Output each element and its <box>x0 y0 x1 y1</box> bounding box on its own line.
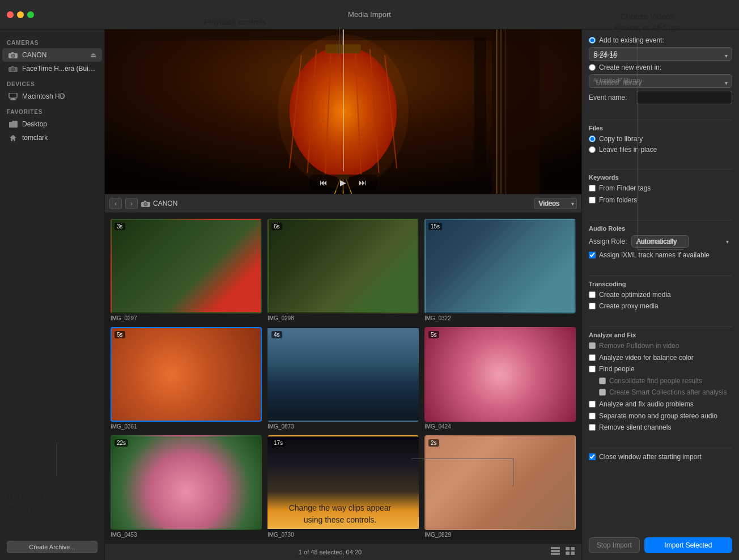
assign-ixml-label: Assign iXML track names if available <box>599 251 710 260</box>
analyze-balance-checkbox[interactable] <box>589 354 596 361</box>
clip-name-0873: IMG_0873 <box>267 423 419 430</box>
sidebar-bottom: Create Archive... <box>0 534 104 560</box>
clip-item-0322[interactable]: 15sIMG_0322 <box>424 219 576 321</box>
keywords-title: Keywords <box>589 174 732 181</box>
clip-thumb-0873[interactable]: 4s <box>267 327 419 422</box>
leave-files-radio[interactable] <box>589 146 596 153</box>
import-selected-button[interactable]: Import Selected <box>644 537 732 553</box>
videos-dropdown[interactable]: VideosPhotosAll Clips <box>534 198 577 209</box>
svg-rect-7 <box>11 66 14 67</box>
maximize-button[interactable] <box>27 11 34 18</box>
play-pause-button[interactable]: ▶ <box>338 177 349 188</box>
clip-item-0297[interactable]: 3sIMG_0297 <box>111 219 262 321</box>
copy-to-library-radio[interactable] <box>589 135 596 142</box>
canon-label: CANON <box>22 51 88 59</box>
facetime-label: FaceTime H...era (Built-in) <box>22 65 96 73</box>
clip-item-0730[interactable]: 17sIMG_0730 <box>267 435 419 538</box>
create-archive-button[interactable]: Create Archive... <box>7 541 97 553</box>
minimize-button[interactable] <box>17 11 24 18</box>
list-view-button[interactable] <box>550 546 561 558</box>
clip-item-0829[interactable]: 2sIMG_0829 <box>424 435 576 538</box>
separate-mono-label: Separate mono and group stereo audio <box>599 412 717 421</box>
clip-name-0298: IMG_0298 <box>267 315 419 321</box>
remove-pulldown-checkbox[interactable] <box>589 342 596 349</box>
svg-rect-36 <box>144 201 146 202</box>
audio-roles-title: Audio Roles <box>589 225 732 232</box>
new-event-dropdown[interactable]: "Untitled" library <box>589 74 732 88</box>
clip-thumb-0298[interactable]: 6s <box>267 219 419 313</box>
sidebar-item-macintosh[interactable]: Macintosh HD <box>2 90 102 103</box>
from-finder-checkbox[interactable] <box>589 185 596 192</box>
skip-back-button[interactable]: ⏮ <box>317 177 330 188</box>
grid-view-button[interactable] <box>564 546 576 558</box>
view-controls <box>550 546 576 558</box>
assign-role-dropdown[interactable]: Automatically Dialogue Music Effects <box>631 235 689 248</box>
consolidate-checkbox[interactable] <box>599 377 606 384</box>
from-folders-checkbox[interactable] <box>589 197 596 203</box>
clip-thumb-0829[interactable]: 2s <box>424 435 576 530</box>
clip-grid: 3sIMG_02976sIMG_029815sIMG_03225sIMG_036… <box>105 213 581 543</box>
remove-pulldown-label: Remove Pulldown in video <box>599 342 679 351</box>
analyze-audio-checkbox[interactable] <box>589 401 596 408</box>
videos-dropdown-wrapper[interactable]: VideosPhotosAll Clips Videos <box>534 198 577 209</box>
consolidate-row: Consolidate find people results <box>589 377 732 386</box>
create-smart-checkbox[interactable] <box>599 389 606 396</box>
svg-rect-38 <box>551 550 560 552</box>
create-new-event-radio[interactable] <box>589 64 596 71</box>
clip-name-0297: IMG_0297 <box>111 315 262 321</box>
separate-mono-checkbox[interactable] <box>589 413 596 419</box>
preview-area: ⏮ ▶ ⏭ <box>105 29 581 194</box>
create-smart-row: Create Smart Collections after analysis <box>589 388 732 397</box>
divider-1 <box>589 120 732 120</box>
find-people-checkbox[interactable] <box>589 366 596 372</box>
assign-ixml-checkbox[interactable] <box>589 252 596 258</box>
clip-item-0453[interactable]: 22sIMG_0453 <box>111 435 262 538</box>
copy-to-library-row: Copy to library <box>589 135 732 143</box>
create-optimized-checkbox[interactable] <box>589 291 596 298</box>
svg-rect-41 <box>571 547 575 550</box>
back-button[interactable]: ‹ <box>109 198 122 209</box>
assign-role-container[interactable]: Automatically Dialogue Music Effects Aut… <box>631 235 732 248</box>
create-proxy-checkbox[interactable] <box>589 303 596 309</box>
clip-thumb-0453[interactable]: 22s <box>111 435 262 530</box>
close-button[interactable] <box>7 11 14 18</box>
tomclark-label: tomclark <box>22 134 96 142</box>
app-body: CAMERAS CANON ⏏ <box>0 29 739 560</box>
clip-item-0424[interactable]: 5sIMG_0424 <box>424 327 576 430</box>
sidebar-item-canon[interactable]: CANON ⏏ <box>2 48 102 62</box>
clip-item-0361[interactable]: 5sIMG_0361 <box>111 327 262 430</box>
selection-info: 1 of 48 selected, 04:20 <box>299 549 362 555</box>
clip-thumb-0730[interactable]: 17s <box>267 435 419 530</box>
clip-thumb-0424[interactable]: 5s <box>424 327 576 422</box>
sidebar-item-desktop[interactable]: Desktop <box>2 117 102 131</box>
skip-forward-button[interactable]: ⏭ <box>356 177 369 188</box>
favorites-header: FAVORITES <box>0 103 104 117</box>
traffic-lights <box>7 11 34 18</box>
sidebar-item-facetime[interactable]: FaceTime H...era (Built-in) <box>2 62 102 75</box>
separate-mono-row: Separate mono and group stereo audio <box>589 412 732 421</box>
clip-item-0873[interactable]: 4sIMG_0873 <box>267 327 419 430</box>
clip-thumb-0361[interactable]: 5s <box>111 327 262 422</box>
analyze-balance-label: Analyze video for balance color <box>599 354 694 363</box>
svg-point-6 <box>12 68 14 70</box>
add-to-existing-radio[interactable] <box>589 37 596 44</box>
clip-duration-0730: 17s <box>271 439 285 447</box>
forward-button[interactable]: › <box>125 198 138 209</box>
remove-silent-checkbox[interactable] <box>589 424 596 431</box>
svg-point-32 <box>278 34 409 189</box>
clip-thumb-0322[interactable]: 15s <box>424 219 576 313</box>
event-name-input[interactable] <box>636 91 732 104</box>
eject-icon[interactable]: ⏏ <box>90 51 96 59</box>
existing-event-dropdown-container[interactable]: 8-24-16 8-24-16 <box>589 47 732 63</box>
create-proxy-row: Create proxy media <box>589 302 732 311</box>
existing-event-dropdown[interactable]: 8-24-16 <box>589 47 732 61</box>
stop-import-button[interactable]: Stop Import <box>589 537 640 553</box>
clip-item-0298[interactable]: 6sIMG_0298 <box>267 219 419 321</box>
svg-rect-27 <box>492 29 540 194</box>
close-window-row: Close window after starting import <box>589 453 732 462</box>
new-event-dropdown-container[interactable]: "Untitled" library "Untitled" library <box>589 74 732 91</box>
clip-thumb-0297[interactable]: 3s <box>111 219 262 313</box>
clip-duration-0873: 4s <box>271 331 282 338</box>
close-window-checkbox[interactable] <box>589 453 596 460</box>
sidebar-item-tomclark[interactable]: tomclark <box>2 131 102 145</box>
